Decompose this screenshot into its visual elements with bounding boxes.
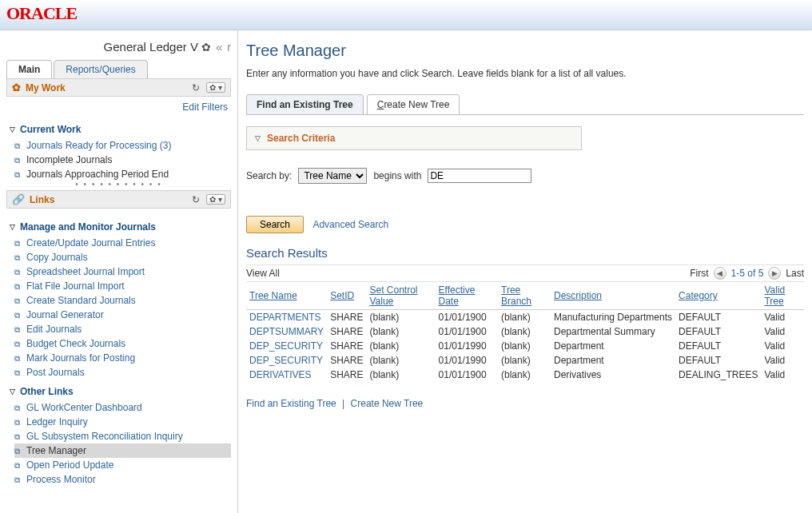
search-field-select[interactable]: Tree Name	[298, 168, 367, 184]
gear-icon[interactable]: ✿	[201, 41, 211, 54]
table-cell: Department	[551, 339, 675, 353]
table-cell: (blank)	[366, 368, 435, 382]
table-cell[interactable]: DEP_SECURITY	[246, 353, 327, 368]
list-item[interactable]: ⧉Journal Generator	[14, 308, 231, 322]
table-cell: (blank)	[498, 339, 551, 353]
refresh-icon[interactable]	[192, 82, 200, 93]
list-item[interactable]: ⧉Create Standard Journals	[14, 293, 231, 308]
list-item[interactable]: ⧉Incomplete Journals	[14, 153, 231, 167]
list-item[interactable]: ⧉Mark Journals for Posting	[14, 351, 231, 365]
results-toolbar: View All First ◀ 1-5 of 5 ▶ Last	[246, 264, 804, 282]
column-header[interactable]: Description	[551, 282, 675, 310]
list-item[interactable]: ⧉Post Journals	[14, 365, 231, 380]
view-all-link[interactable]: View All	[246, 268, 280, 279]
pager-last[interactable]: Last	[786, 268, 804, 279]
popup-icon: ⧉	[14, 268, 20, 277]
table-cell: 01/01/1900	[436, 324, 498, 339]
list-item[interactable]: ⧉Open Period Update	[14, 458, 231, 472]
pager-next-icon[interactable]: ▶	[768, 267, 781, 280]
search-value-input[interactable]	[428, 169, 531, 183]
table-cell: DEFAULT	[675, 310, 761, 325]
oracle-logo: ORACLE	[6, 3, 77, 23]
create-rest: reate New Tree	[384, 99, 449, 110]
list-item[interactable]: ⧉GL Subsystem Reconciliation Inquiry	[14, 429, 231, 443]
resize-handle[interactable]: • • • • • • • • • • •	[0, 180, 237, 189]
edit-filters-link[interactable]: Edit Filters	[182, 101, 228, 113]
list-item[interactable]: ⧉Tree Manager	[14, 443, 231, 458]
tab-find-existing[interactable]: Find an Existing Tree	[246, 94, 364, 115]
list-item-label: Create/Update Journal Entries	[26, 237, 155, 249]
table-row: DEP_SECURITYSHARE(blank)01/01/1990(blank…	[246, 339, 804, 353]
my-work-label: My Work	[26, 82, 66, 93]
list-item-label: Create Standard Journals	[26, 295, 136, 306]
table-cell[interactable]: DEPARTMENTS	[246, 310, 327, 325]
list-item-label: Edit Journals	[26, 324, 82, 335]
brand-bar: ORACLE	[0, 0, 812, 30]
column-header[interactable]: Set Control Value	[366, 282, 435, 310]
table-cell[interactable]: DEPTSUMMARY	[246, 324, 327, 339]
list-item[interactable]: ⧉Budget Check Journals	[14, 336, 231, 351]
advanced-search-link[interactable]: Advanced Search	[312, 219, 388, 230]
pager-first[interactable]: First	[690, 268, 708, 279]
group-current-work[interactable]: ▽Current Work	[0, 117, 237, 138]
table-cell: DEALING_TREES	[675, 368, 761, 382]
popup-icon: ⧉	[14, 282, 20, 292]
list-item[interactable]: ⧉Spreadsheet Journal Import	[14, 264, 231, 279]
list-item[interactable]: ⧉Journals Ready for Processing (3)	[14, 138, 231, 153]
table-cell: SHARE	[327, 339, 366, 353]
group-other[interactable]: ▽Other Links	[0, 380, 237, 400]
pager-prev-icon[interactable]: ◀	[714, 267, 726, 280]
popup-icon: ⧉	[14, 418, 20, 428]
section-links: 🔗Links ✿ ▾	[6, 190, 231, 209]
footer-links: Find an Existing Tree | Create New Tree	[246, 398, 804, 409]
table-row: DEPTSUMMARYSHARE(blank)01/01/1900(blank)…	[246, 324, 804, 339]
search-button[interactable]: Search	[246, 216, 304, 233]
current-work-list: ⧉Journals Ready for Processing (3)⧉Incom…	[0, 138, 237, 181]
footer-find-link[interactable]: Find an Existing Tree	[246, 398, 336, 409]
column-header[interactable]: Valid Tree	[761, 282, 804, 310]
list-item[interactable]: ⧉Create/Update Journal Entries	[14, 236, 231, 250]
column-header[interactable]: Effective Date	[436, 282, 498, 310]
page-title: Tree Manager	[246, 42, 804, 60]
column-header[interactable]: Tree Name	[246, 282, 327, 310]
list-item[interactable]: ⧉Copy Journals	[14, 250, 231, 264]
page-instruction: Enter any information you have and click…	[246, 68, 804, 79]
tab-create-new[interactable]: Create New Tree	[367, 94, 460, 115]
gear-dropdown[interactable]: ✿ ▾	[206, 82, 225, 93]
list-item[interactable]: ⧉Ledger Inquiry	[14, 415, 231, 429]
list-item-label: Journals Approaching Period End	[26, 169, 169, 180]
gear-dropdown[interactable]: ✿ ▾	[206, 194, 225, 205]
column-header[interactable]: Tree Branch	[498, 282, 551, 310]
table-cell: (blank)	[366, 353, 435, 368]
popup-icon: ⧉	[14, 461, 20, 471]
table-cell: DEFAULT	[675, 353, 761, 368]
table-cell: SHARE	[327, 368, 366, 382]
list-item[interactable]: ⧉Edit Journals	[14, 322, 231, 336]
column-header[interactable]: Category	[675, 282, 761, 310]
chevron-down-icon[interactable]: ▽	[255, 134, 261, 142]
refresh-icon[interactable]	[192, 194, 200, 205]
collapse-icon[interactable]: «	[216, 40, 222, 54]
tab-main[interactable]: Main	[6, 60, 52, 79]
results-body: DEPARTMENTSSHARE(blank)01/01/1900(blank)…	[246, 310, 804, 383]
chevron-down-icon: ▽	[10, 388, 15, 396]
popup-icon: ⧉	[14, 239, 20, 249]
link-icon: ✿	[12, 82, 21, 93]
list-item[interactable]: ⧉GL WorkCenter Dashboard	[14, 400, 231, 415]
list-item[interactable]: ⧉Flat File Journal Import	[14, 279, 231, 293]
list-item-label: Tree Manager	[26, 445, 86, 456]
table-cell[interactable]: DEP_SECURITY	[246, 339, 327, 353]
list-item-label: Spreadsheet Journal Import	[26, 266, 145, 277]
tab-reports[interactable]: Reports/Queries	[54, 60, 147, 79]
group-manage[interactable]: ▽Manage and Monitor Journals	[0, 215, 237, 236]
table-cell[interactable]: DERIVATIVES	[246, 368, 327, 382]
column-header[interactable]: SetID	[327, 282, 366, 310]
link-icon: 🔗	[12, 193, 25, 205]
table-cell: Valid	[761, 310, 804, 325]
footer-create-link[interactable]: Create New Tree	[351, 398, 424, 409]
list-item-label: Journals Ready for Processing (3)	[26, 140, 171, 151]
popup-icon: ⧉	[14, 141, 20, 151]
popup-icon: ⧉	[14, 447, 20, 456]
list-item[interactable]: ⧉Process Monitor	[14, 472, 231, 487]
other-list: ⧉GL WorkCenter Dashboard⧉Ledger Inquiry⧉…	[0, 400, 237, 487]
